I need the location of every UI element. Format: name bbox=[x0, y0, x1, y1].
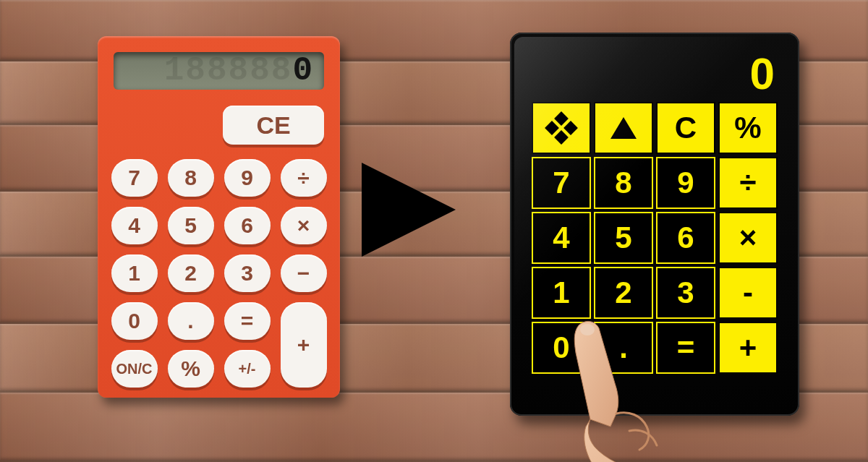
tkey-6[interactable]: 6 bbox=[656, 212, 715, 264]
up-button[interactable] bbox=[594, 102, 653, 154]
key-decimal[interactable]: . bbox=[168, 302, 214, 340]
percent-button[interactable]: % bbox=[718, 102, 778, 154]
tkey-0[interactable]: 0 bbox=[532, 322, 591, 374]
key-0[interactable]: 0 bbox=[111, 302, 158, 340]
tkey-2[interactable]: 2 bbox=[594, 267, 653, 319]
key-multiply[interactable]: × bbox=[281, 207, 327, 244]
tkey-decimal[interactable]: . bbox=[594, 322, 653, 374]
key-5[interactable]: 5 bbox=[168, 207, 214, 244]
options-icon bbox=[547, 114, 576, 142]
tkey-8[interactable]: 8 bbox=[594, 157, 653, 209]
tkey-5[interactable]: 5 bbox=[594, 212, 653, 264]
scene-root: 188888 0 CE 7 8 9 ÷ 4 5 6 × 1 2 3 − 0 . … bbox=[0, 0, 868, 462]
key-1[interactable]: 1 bbox=[111, 254, 158, 292]
tablet-device: 0 C % 7 8 9 ÷ 4 5 6 × 1 bbox=[510, 33, 799, 416]
options-button[interactable] bbox=[532, 102, 591, 154]
tkey-3[interactable]: 3 bbox=[656, 267, 715, 319]
tkey-plus[interactable]: + bbox=[718, 322, 778, 374]
lcd-segment-ghost: 188888 bbox=[164, 52, 293, 90]
lcd-value: 0 bbox=[292, 52, 314, 90]
key-percent[interactable]: % bbox=[168, 350, 214, 388]
tablet-button-grid: C % 7 8 9 ÷ 4 5 6 × 1 2 3 - 0 . = + bbox=[530, 102, 779, 374]
up-triangle-icon bbox=[610, 117, 637, 139]
key-2[interactable]: 2 bbox=[168, 254, 214, 292]
key-minus[interactable]: − bbox=[281, 254, 327, 292]
key-3[interactable]: 3 bbox=[224, 254, 271, 292]
physical-button-grid: 7 8 9 ÷ 4 5 6 × 1 2 3 − 0 . = + ON/C % +… bbox=[114, 159, 324, 388]
key-8[interactable]: 8 bbox=[168, 159, 214, 197]
key-6[interactable]: 6 bbox=[224, 207, 271, 244]
tkey-divide[interactable]: ÷ bbox=[718, 157, 778, 209]
right-arrow-icon bbox=[362, 163, 456, 257]
key-4[interactable]: 4 bbox=[111, 207, 158, 244]
tkey-9[interactable]: 9 bbox=[656, 157, 715, 209]
key-plus[interactable]: + bbox=[281, 302, 327, 388]
tkey-equals[interactable]: = bbox=[656, 322, 715, 374]
tablet-display-value: 0 bbox=[750, 48, 775, 99]
clear-button[interactable]: C bbox=[656, 102, 715, 154]
tkey-minus[interactable]: - bbox=[718, 267, 778, 319]
key-9[interactable]: 9 bbox=[224, 159, 271, 197]
key-sign[interactable]: +/- bbox=[224, 350, 271, 388]
lcd-display: 188888 0 bbox=[114, 52, 324, 90]
key-equals[interactable]: = bbox=[224, 302, 271, 340]
tkey-1[interactable]: 1 bbox=[532, 267, 591, 319]
key-on-clear[interactable]: ON/C bbox=[111, 350, 158, 388]
tkey-multiply[interactable]: × bbox=[718, 212, 778, 264]
ce-button[interactable]: CE bbox=[223, 106, 324, 145]
physical-calculator: 188888 0 CE 7 8 9 ÷ 4 5 6 × 1 2 3 − 0 . … bbox=[98, 36, 340, 398]
tkey-7[interactable]: 7 bbox=[532, 157, 591, 209]
tablet-display: 0 bbox=[530, 47, 779, 99]
key-7[interactable]: 7 bbox=[111, 159, 158, 197]
tkey-4[interactable]: 4 bbox=[532, 212, 591, 264]
key-divide[interactable]: ÷ bbox=[281, 159, 327, 197]
